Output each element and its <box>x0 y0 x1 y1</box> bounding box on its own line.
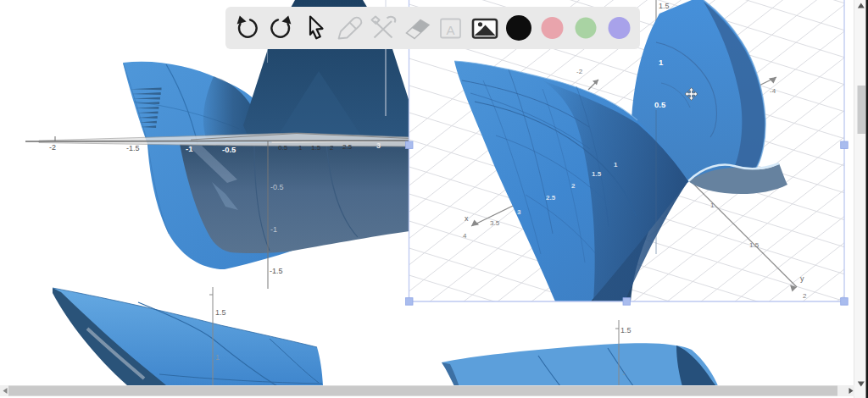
svg-text:3: 3 <box>517 208 521 216</box>
svg-text:-1.5: -1.5 <box>126 144 140 152</box>
svg-text:2: 2 <box>330 144 334 152</box>
svg-text:-2: -2 <box>49 143 56 152</box>
svg-text:2.5: 2.5 <box>342 143 353 151</box>
svg-text:3: 3 <box>376 141 381 150</box>
svg-text:4: 4 <box>463 232 467 240</box>
svg-text:1: 1 <box>710 202 715 209</box>
svg-text:-0.5: -0.5 <box>270 183 284 191</box>
svg-text:2: 2 <box>803 292 807 300</box>
svg-text:1.5: 1.5 <box>620 326 632 334</box>
svg-text:1: 1 <box>298 144 303 152</box>
svg-text:1.5: 1.5 <box>659 2 670 10</box>
svg-text:1: 1 <box>614 161 618 169</box>
svg-text:1.5: 1.5 <box>749 241 760 249</box>
svg-text:1.5: 1.5 <box>215 308 226 317</box>
svg-text:A: A <box>446 23 454 37</box>
svg-text:1: 1 <box>659 58 664 67</box>
svg-text:-4: -4 <box>770 87 776 95</box>
svg-text:x: x <box>465 214 469 223</box>
svg-text:y: y <box>800 274 804 283</box>
svg-text:-0.5: -0.5 <box>222 145 236 154</box>
svg-text:0.5: 0.5 <box>278 144 288 152</box>
svg-text:1: 1 <box>215 353 220 362</box>
svg-text:-1.5: -1.5 <box>270 267 283 275</box>
svg-text:-2: -2 <box>576 68 583 75</box>
svg-text:0.5: 0.5 <box>654 100 666 109</box>
svg-text:1.5: 1.5 <box>592 170 602 178</box>
svg-text:-1: -1 <box>186 144 193 153</box>
svg-text:2.5: 2.5 <box>546 194 556 202</box>
svg-text:2: 2 <box>571 182 576 190</box>
svg-text:3.5: 3.5 <box>490 219 500 227</box>
svg-text:-1: -1 <box>270 225 277 234</box>
svg-text:1.5: 1.5 <box>311 144 321 152</box>
